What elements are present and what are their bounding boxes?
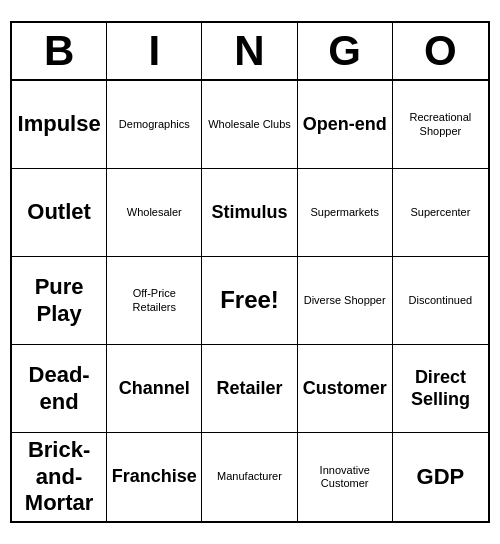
- cell-text: Wholesaler: [127, 206, 182, 219]
- bingo-cell: Discontinued: [393, 257, 488, 345]
- bingo-cell: Brick-and-Mortar: [12, 433, 107, 521]
- cell-text: GDP: [417, 464, 465, 490]
- bingo-cell: Outlet: [12, 169, 107, 257]
- bingo-header: BINGO: [12, 23, 488, 81]
- bingo-cell: Diverse Shopper: [298, 257, 393, 345]
- cell-text: Innovative Customer: [301, 464, 389, 490]
- bingo-cell: Channel: [107, 345, 202, 433]
- cell-text: Brick-and-Mortar: [15, 437, 103, 516]
- cell-text: Channel: [119, 378, 190, 400]
- bingo-cell: Supercenter: [393, 169, 488, 257]
- header-letter: B: [12, 23, 107, 79]
- bingo-cell: Impulse: [12, 81, 107, 169]
- cell-text: Customer: [303, 378, 387, 400]
- bingo-cell: Innovative Customer: [298, 433, 393, 521]
- cell-text: Outlet: [27, 199, 91, 225]
- cell-text: Free!: [220, 286, 279, 315]
- bingo-cell: Supermarkets: [298, 169, 393, 257]
- bingo-cell: Manufacturer: [202, 433, 297, 521]
- bingo-card: BINGO ImpulseDemographicsWholesale Clubs…: [10, 21, 490, 523]
- header-letter: I: [107, 23, 202, 79]
- cell-text: Discontinued: [409, 294, 473, 307]
- cell-text: Pure Play: [15, 274, 103, 327]
- bingo-cell: Customer: [298, 345, 393, 433]
- cell-text: Diverse Shopper: [304, 294, 386, 307]
- bingo-cell: Franchise: [107, 433, 202, 521]
- bingo-cell: Retailer: [202, 345, 297, 433]
- cell-text: Off-Price Retailers: [110, 287, 198, 313]
- cell-text: Retailer: [216, 378, 282, 400]
- cell-text: Demographics: [119, 118, 190, 131]
- bingo-cell: Recreational Shopper: [393, 81, 488, 169]
- bingo-cell: Open-end: [298, 81, 393, 169]
- bingo-cell: Stimulus: [202, 169, 297, 257]
- bingo-cell: Free!: [202, 257, 297, 345]
- bingo-cell: GDP: [393, 433, 488, 521]
- bingo-cell: Wholesale Clubs: [202, 81, 297, 169]
- bingo-cell: Direct Selling: [393, 345, 488, 433]
- bingo-cell: Off-Price Retailers: [107, 257, 202, 345]
- cell-text: Recreational Shopper: [396, 111, 485, 137]
- header-letter: O: [393, 23, 488, 79]
- cell-text: Wholesale Clubs: [208, 118, 291, 131]
- bingo-cell: Dead-end: [12, 345, 107, 433]
- cell-text: Stimulus: [211, 202, 287, 224]
- bingo-cell: Wholesaler: [107, 169, 202, 257]
- cell-text: Open-end: [303, 114, 387, 136]
- cell-text: Impulse: [18, 111, 101, 137]
- cell-text: Supermarkets: [310, 206, 378, 219]
- cell-text: Franchise: [112, 466, 197, 488]
- cell-text: Dead-end: [15, 362, 103, 415]
- header-letter: N: [202, 23, 297, 79]
- cell-text: Manufacturer: [217, 470, 282, 483]
- bingo-cell: Demographics: [107, 81, 202, 169]
- header-letter: G: [298, 23, 393, 79]
- bingo-cell: Pure Play: [12, 257, 107, 345]
- cell-text: Supercenter: [410, 206, 470, 219]
- bingo-grid: ImpulseDemographicsWholesale ClubsOpen-e…: [12, 81, 488, 521]
- cell-text: Direct Selling: [396, 367, 485, 410]
